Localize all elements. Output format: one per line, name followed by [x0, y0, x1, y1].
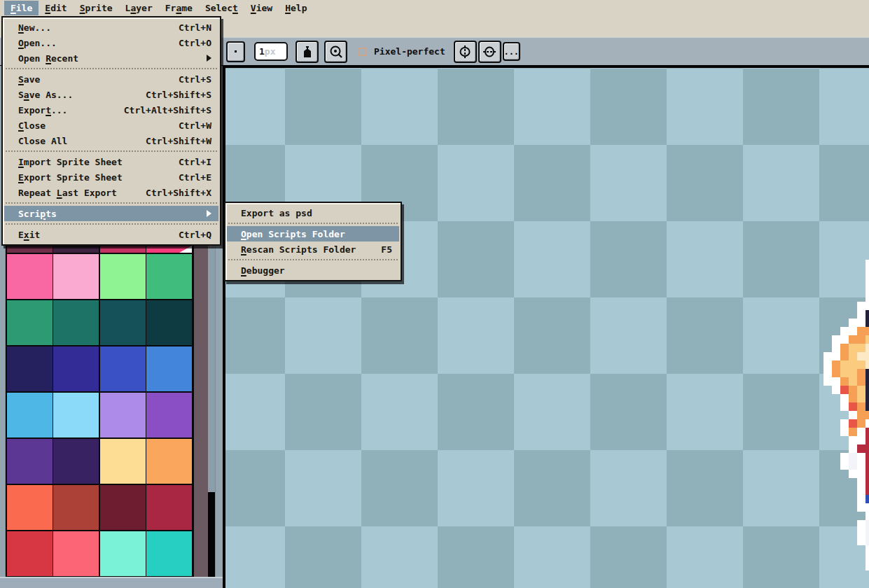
palette-swatch[interactable]	[146, 254, 192, 299]
palette-swatch[interactable]	[100, 439, 146, 484]
palette-swatch[interactable]	[7, 346, 53, 391]
palette-swatch[interactable]	[7, 246, 53, 253]
palette-swatch[interactable]	[53, 439, 99, 484]
menu-item-label: Export as psd	[241, 208, 312, 218]
palette-swatch[interactable]	[53, 393, 99, 438]
menu-item-label: Save	[18, 74, 40, 85]
brush-size-value: 1	[259, 46, 265, 57]
scripts-submenu: Export as psdOpen Scripts FolderRescan S…	[224, 202, 402, 281]
submenu-arrow-icon	[207, 55, 211, 62]
palette-swatch[interactable]	[7, 254, 53, 299]
menubar-item-select[interactable]: Select	[199, 1, 244, 15]
palette-swatch[interactable]	[100, 254, 146, 299]
menu-item-shortcut: F5	[381, 244, 392, 255]
palette-swatch[interactable]	[100, 300, 146, 345]
palette-swatch[interactable]	[53, 300, 99, 345]
dynamics-button[interactable]	[324, 41, 347, 63]
menu-item-save-as[interactable]: Save As...Ctrl+Shift+S	[4, 87, 218, 102]
file-menu: New...Ctrl+NOpen...Ctrl+OOpen RecentSave…	[1, 16, 221, 246]
menu-separator	[228, 259, 398, 260]
menu-item-label: Save As...	[18, 90, 73, 100]
menu-item-close[interactable]: CloseCtrl+W	[4, 118, 218, 133]
palette-swatch[interactable]	[7, 485, 53, 530]
menu-separator	[6, 68, 217, 69]
menubar-item-help[interactable]: Help	[279, 1, 313, 15]
palette-swatch[interactable]	[53, 254, 99, 299]
menu-item-debugger[interactable]: Debugger	[227, 262, 399, 278]
brush-size-input[interactable]: 1 px	[254, 42, 288, 61]
brush-preview-button[interactable]	[226, 41, 245, 62]
menu-item-exit[interactable]: ExitCtrl+Q	[4, 227, 218, 242]
menu-item-label: Export Sprite Sheet	[18, 172, 123, 183]
palette-swatch[interactable]	[146, 246, 192, 253]
menu-separator	[6, 223, 217, 225]
palette-swatch[interactable]	[146, 531, 192, 576]
menu-item-new[interactable]: New...Ctrl+N	[4, 20, 218, 35]
symmetry-horizontal-icon	[482, 45, 496, 59]
palette-swatch[interactable]	[100, 346, 146, 391]
menu-item-label: New...	[18, 22, 51, 33]
menubar-item-layer[interactable]: Layer	[119, 1, 159, 15]
menu-item-label: Open...	[18, 38, 57, 48]
symmetry-options-button[interactable]: ...	[503, 42, 520, 61]
menu-item-save[interactable]: SaveCtrl+S	[4, 71, 218, 87]
canvas[interactable]	[225, 68, 869, 588]
menu-item-label: Exit	[18, 230, 40, 240]
menu-item-close-all[interactable]: Close AllCtrl+Shift+W	[4, 133, 218, 148]
menu-item-shortcut: Ctrl+Shift+S	[146, 90, 211, 100]
palette-swatch[interactable]	[100, 485, 146, 530]
brush-size-unit: px	[265, 46, 276, 57]
menu-item-scripts[interactable]: Scripts	[4, 206, 218, 221]
menu-item-shortcut: Ctrl+Q	[179, 230, 211, 240]
dynamics-icon	[329, 45, 343, 59]
menu-item-label: Open Recent	[18, 53, 78, 64]
menu-item-export-as-psd[interactable]: Export as psd	[227, 205, 399, 220]
menu-item-label: Scripts	[18, 209, 57, 219]
menu-item-label: Open Scripts Folder	[241, 229, 345, 239]
palette-swatch[interactable]	[7, 439, 53, 484]
sprite-pixel-art	[823, 251, 869, 588]
menu-item-export[interactable]: Export...Ctrl+Alt+Shift+S	[4, 102, 218, 118]
palette-swatch[interactable]	[146, 346, 192, 391]
palette-swatch[interactable]	[146, 485, 192, 530]
menu-item-open-scripts-folder[interactable]: Open Scripts Folder	[227, 226, 399, 241]
symmetry-vertical-button[interactable]	[454, 41, 477, 63]
selected-swatch-marker	[179, 246, 192, 253]
menu-item-label: Repeat Last Export	[18, 188, 117, 198]
menu-item-label: Debugger	[241, 265, 285, 276]
menu-item-open[interactable]: Open...Ctrl+O	[4, 35, 218, 50]
palette-swatch[interactable]	[146, 300, 192, 345]
menu-item-export-sprite-sheet[interactable]: Export Sprite SheetCtrl+E	[4, 169, 218, 185]
menubar-item-frame[interactable]: Frame	[159, 1, 199, 15]
palette-swatch[interactable]	[100, 393, 146, 438]
symmetry-horizontal-button[interactable]	[478, 41, 501, 63]
palette-scrollbar-track[interactable]	[208, 492, 215, 577]
palette-swatch[interactable]	[100, 246, 146, 253]
palette-swatch[interactable]	[146, 439, 192, 484]
menubar-item-view[interactable]: View	[244, 1, 279, 15]
menu-item-rescan-scripts-folder[interactable]: Rescan Scripts FolderF5	[227, 241, 399, 257]
palette-swatch[interactable]	[53, 346, 99, 391]
palette-bottom-strip	[0, 577, 223, 588]
palette-swatch[interactable]	[53, 531, 99, 576]
menu-item-repeat-last-export[interactable]: Repeat Last ExportCtrl+Shift+X	[4, 185, 218, 200]
menubar-item-file[interactable]: File	[4, 1, 39, 15]
menu-item-shortcut: Ctrl+I	[179, 157, 211, 167]
palette-swatch[interactable]	[53, 246, 99, 253]
menu-item-import-sprite-sheet[interactable]: Import Sprite SheetCtrl+I	[4, 154, 218, 169]
menu-item-label: Rescan Scripts Folder	[241, 244, 356, 255]
palette-swatch[interactable]	[100, 531, 146, 576]
aseprite-window: 1 px Pixel-perfect	[0, 0, 869, 588]
menubar-item-sprite[interactable]: Sprite	[74, 1, 119, 15]
palette-swatch[interactable]	[146, 393, 192, 438]
menu-item-shortcut: Ctrl+O	[179, 38, 211, 48]
palette-swatch[interactable]	[7, 531, 53, 576]
menu-item-open-recent[interactable]: Open Recent	[4, 50, 218, 66]
palette-swatch[interactable]	[53, 485, 99, 530]
menubar-item-edit[interactable]: Edit	[39, 1, 73, 15]
menu-separator	[6, 202, 217, 204]
pixel-perfect-checkbox[interactable]	[358, 48, 366, 56]
palette-swatch[interactable]	[7, 393, 53, 438]
ink-button[interactable]	[296, 41, 319, 63]
palette-swatch[interactable]	[7, 300, 53, 345]
